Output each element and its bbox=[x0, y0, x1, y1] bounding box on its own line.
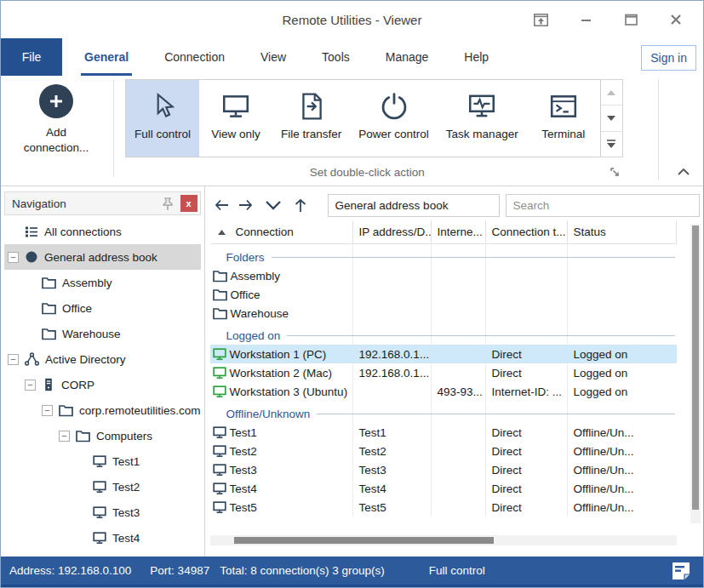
table-row-test3[interactable]: Test3Test3DirectOffline/Un... bbox=[210, 460, 677, 479]
tree-item-all-connections[interactable]: All connections bbox=[4, 219, 201, 244]
tab-manage[interactable]: Manage bbox=[384, 38, 431, 76]
view-only-button[interactable]: View only bbox=[199, 80, 272, 157]
chevron-down-icon[interactable] bbox=[258, 194, 289, 216]
cell bbox=[353, 266, 432, 285]
cell: Direct bbox=[486, 442, 568, 460]
connection-name: Test1 bbox=[230, 426, 257, 439]
status-address: Address: 192.168.0.100 bbox=[9, 564, 131, 577]
tree-item-corp-remoteutilities-com[interactable]: −corp.remoteutilities.com bbox=[4, 397, 201, 423]
column-header-connection[interactable]: Connection bbox=[210, 220, 353, 243]
table-row-warehouse[interactable]: Warehouse bbox=[210, 304, 677, 323]
group-header-logged-on[interactable]: Logged on bbox=[210, 323, 677, 345]
tab-tools[interactable]: Tools bbox=[320, 38, 352, 76]
up-level-icon[interactable] bbox=[289, 194, 312, 216]
task-manager-button[interactable]: Task manager bbox=[438, 80, 527, 157]
tree-item-warehouse[interactable]: Warehouse bbox=[4, 321, 201, 346]
table-row-office[interactable]: Office bbox=[210, 285, 677, 304]
cell bbox=[432, 285, 486, 304]
scroll-up-icon[interactable] bbox=[601, 80, 622, 106]
tree-item-computers[interactable]: −Computers bbox=[4, 423, 201, 448]
address-book-combo[interactable]: General address book bbox=[328, 194, 500, 217]
column-header-ip-address-d[interactable]: IP address/D... bbox=[353, 220, 432, 243]
column-header-label: Connection bbox=[236, 225, 294, 238]
connection-name: Warehouse bbox=[231, 307, 289, 320]
vertical-scrollbar-thumb[interactable] bbox=[692, 225, 699, 510]
search-input[interactable] bbox=[506, 194, 700, 217]
bring-to-top-icon[interactable] bbox=[532, 11, 549, 28]
tree-item-corp[interactable]: −CORP bbox=[4, 372, 201, 397]
horizontal-scrollbar[interactable] bbox=[210, 535, 677, 545]
monitor-large-icon bbox=[220, 92, 251, 121]
tree-item-test1[interactable]: Test1 bbox=[4, 448, 201, 474]
tree-item-label: Warehouse bbox=[62, 328, 121, 340]
cell: 192.168.0.1... bbox=[353, 345, 432, 363]
horizontal-scrollbar-thumb[interactable] bbox=[234, 537, 494, 544]
power-control-button[interactable]: Power control bbox=[350, 80, 438, 157]
column-header-connection-t[interactable]: Connection t... bbox=[486, 220, 568, 243]
tree-item-general-address-book[interactable]: −General address book bbox=[4, 244, 201, 270]
cell: Logged on bbox=[568, 345, 677, 363]
session-log-icon[interactable] bbox=[671, 561, 691, 581]
group-divider-line bbox=[287, 335, 674, 336]
group-header-offline-unknown[interactable]: Offline/Unknown bbox=[210, 401, 677, 423]
table-row-test5[interactable]: Test5Test5DirectOffline/Un... bbox=[210, 498, 677, 517]
minimize-icon[interactable] bbox=[577, 11, 594, 28]
back-icon[interactable] bbox=[210, 194, 234, 216]
column-header-status[interactable]: Status bbox=[568, 220, 677, 243]
monitor-icon bbox=[213, 482, 226, 495]
terminal-button[interactable]: Terminal bbox=[527, 80, 600, 157]
cell: Direct bbox=[486, 498, 568, 517]
pin-icon[interactable] bbox=[158, 197, 177, 211]
folder-icon bbox=[42, 328, 56, 340]
scroll-down-icon[interactable] bbox=[601, 106, 622, 131]
collapse-expander-icon[interactable]: − bbox=[25, 380, 36, 391]
action-label: Terminal bbox=[541, 128, 585, 140]
tree-item-test2[interactable]: Test2 bbox=[4, 474, 201, 500]
table-row-workstation-3-ubuntu[interactable]: Workstation 3 (Ubuntu)493-93...Internet-… bbox=[210, 382, 677, 401]
sign-in-button[interactable]: Sign in bbox=[641, 45, 696, 71]
dialog-launcher-icon[interactable] bbox=[610, 166, 621, 178]
cell: Offline/Un... bbox=[568, 423, 677, 442]
tab-general[interactable]: General bbox=[83, 38, 130, 76]
cell: 493-93... bbox=[432, 382, 486, 401]
table-row-test2[interactable]: Test2Test2DirectOffline/Un... bbox=[210, 442, 677, 460]
tree-item-test3[interactable]: Test3 bbox=[4, 500, 201, 525]
full-control-button[interactable]: Full control bbox=[126, 80, 199, 157]
vertical-scrollbar[interactable] bbox=[690, 224, 701, 523]
file-transfer-button[interactable]: File transfer bbox=[272, 80, 350, 157]
task-manager-icon bbox=[466, 92, 497, 121]
collapse-expander-icon[interactable]: − bbox=[59, 431, 70, 442]
action-label: Full control bbox=[135, 128, 191, 140]
navigation-panel: Navigation x All connections−General add… bbox=[1, 186, 205, 558]
maximize-icon[interactable] bbox=[622, 11, 639, 28]
table-row-workstation-1-pc[interactable]: Workstation 1 (PC)192.168.0.1...DirectLo… bbox=[210, 345, 677, 363]
column-header-interne[interactable]: Interne... bbox=[432, 220, 486, 243]
tree-item-active-directory[interactable]: −Active Directory bbox=[4, 346, 201, 372]
table-row-test4[interactable]: Test4Test4DirectOffline/Un... bbox=[210, 479, 677, 498]
close-navigation-icon[interactable]: x bbox=[180, 195, 197, 212]
collapse-ribbon-icon[interactable] bbox=[676, 165, 691, 177]
collapse-expander-icon[interactable]: − bbox=[42, 405, 53, 416]
group-header-folders[interactable]: Folders bbox=[210, 244, 677, 266]
tab-help[interactable]: Help bbox=[462, 38, 490, 76]
tab-view[interactable]: View bbox=[259, 38, 288, 76]
tab-file[interactable]: File bbox=[1, 38, 62, 76]
forward-icon[interactable] bbox=[234, 194, 258, 216]
status-mode: Full control bbox=[429, 564, 485, 577]
tree-item-test4[interactable]: Test4 bbox=[4, 525, 201, 551]
action-label: Power control bbox=[358, 128, 429, 140]
tree-item-office[interactable]: Office bbox=[4, 295, 201, 321]
cell: Direct bbox=[486, 479, 568, 498]
tab-connection[interactable]: Connection bbox=[163, 38, 226, 76]
table-row-test1[interactable]: Test1Test1DirectOffline/Un... bbox=[210, 423, 677, 442]
cell bbox=[486, 304, 568, 323]
table-row-assembly[interactable]: Assembly bbox=[210, 266, 677, 285]
table-row-workstation-2-mac[interactable]: Workstation 2 (Mac)192.168.0.1...DirectL… bbox=[210, 363, 677, 382]
add-connection-button[interactable]: Add connection... bbox=[1, 79, 112, 161]
collapse-expander-icon[interactable]: − bbox=[8, 354, 19, 365]
tree-item-assembly[interactable]: Assembly bbox=[4, 270, 201, 295]
folder-icon bbox=[213, 270, 227, 283]
scroll-to-end-icon[interactable] bbox=[601, 132, 622, 157]
collapse-expander-icon[interactable]: − bbox=[8, 252, 19, 263]
close-icon[interactable] bbox=[667, 11, 684, 28]
